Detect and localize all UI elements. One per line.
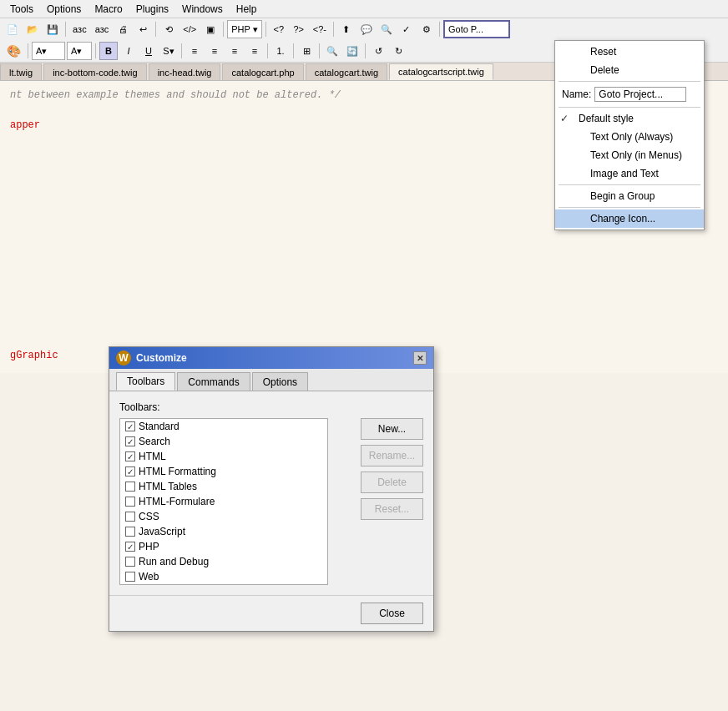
list-item-standard[interactable]: ✓ Standard [120,419,327,434]
tab-catalogcart-php[interactable]: catalogcart.php [222,63,303,80]
ctx-text-only-always[interactable]: Text Only (Always) [555,128,704,146]
ctx-delete[interactable]: Delete [555,61,704,79]
tb-print[interactable]: 🖨 [114,20,132,38]
btn-delete[interactable]: Delete [361,471,423,493]
tb-new[interactable]: 📄 [3,20,22,38]
cb-html-formulare[interactable] [125,497,135,507]
tb-style[interactable]: S▾ [159,42,178,60]
list-item-javascript[interactable]: JavaScript [120,524,327,539]
tb-ftp[interactable]: ⬆ [337,20,356,38]
tb-undo[interactable]: ↩ [134,20,152,38]
ctx-begin-group[interactable]: Begin a Group [555,187,704,205]
list-item-html-formatting[interactable]: ✓ HTML Formatting [120,464,327,479]
tb-undo2[interactable]: ↺ [369,42,387,60]
cb-html[interactable]: ✓ [125,451,135,461]
tb-comment[interactable]: 💬 [357,20,376,38]
label-run-and-debug: Run and Debug [139,556,209,567]
ctx-name-input[interactable] [594,87,686,102]
tb-size-dropdown[interactable]: A▾ [67,42,92,60]
cb-html-tables[interactable] [125,482,135,492]
btn-new[interactable]: New... [361,418,423,440]
list-item-html-formulare[interactable]: HTML-Formulare [120,494,327,509]
goto-input[interactable]: Goto P... [443,20,510,38]
cb-run-and-debug[interactable] [125,557,135,567]
tb-bold[interactable]: B [99,42,118,60]
btn-reset[interactable]: Reset... [361,498,423,520]
tab-catalogcart-twig[interactable]: catalogcart.twig [306,63,387,80]
tb-sync[interactable]: ⟲ [159,20,178,38]
btn-rename[interactable]: Rename... [361,445,423,466]
tb-save[interactable]: 💾 [43,20,62,38]
tb-sep-1 [65,22,66,37]
tb-php-dropdown[interactable]: PHP ▾ [227,20,261,38]
ctx-default-style[interactable]: ✓ Default style [555,109,704,128]
tb-italic[interactable]: I [119,42,138,60]
tb-insert[interactable]: ⊞ [297,42,316,60]
tb-special1[interactable]: <? [270,20,288,38]
cb-php[interactable]: ✓ [125,542,135,552]
list-item-html-tables[interactable]: HTML Tables [120,479,327,494]
ctx-change-icon[interactable]: Change Icon... [555,209,704,228]
dialog-footer: Close [109,595,433,631]
list-item-css[interactable]: CSS [120,509,327,524]
tb-validate[interactable]: ✓ [397,20,416,38]
menu-windows[interactable]: Windows [175,2,230,17]
tb-color[interactable]: 🎨 [3,42,24,60]
cb-search[interactable]: ✓ [125,436,135,446]
cb-css[interactable] [125,512,135,522]
tab-inc-head[interactable]: inc-head.twig [149,63,221,80]
list-item-navigate[interactable]: ✓ Navigate [120,584,327,585]
tb-align-justify[interactable]: ≡ [245,42,264,60]
menu-tools[interactable]: Tools [3,2,40,17]
list-item-web[interactable]: Web [120,569,327,584]
list-item-search[interactable]: ✓ Search [120,434,327,449]
ctx-image-and-text[interactable]: Image and Text [555,164,704,183]
tb-align-left[interactable]: ≡ [185,42,204,60]
tab-lt-twig[interactable]: lt.twig [0,63,42,80]
dialog-tab-options[interactable]: Options [252,372,308,391]
cb-javascript[interactable] [125,527,135,537]
tb-underline[interactable]: U [139,42,158,60]
cb-standard[interactable]: ✓ [125,421,135,431]
tb-align-center[interactable]: ≡ [205,42,224,60]
menu-options[interactable]: Options [40,2,88,17]
tb-search[interactable]: 🔍 [377,20,396,38]
ctx-sep-2 [559,107,700,108]
cb-web[interactable] [125,572,135,582]
tb-font-size[interactable]: aзc [69,20,90,38]
btn-close[interactable]: Close [361,603,423,624]
list-item-run-and-debug[interactable]: Run and Debug [120,554,327,569]
menu-help[interactable]: Help [230,2,264,17]
tb-align-right[interactable]: ≡ [225,42,244,60]
ctx-reset[interactable]: Reset [555,43,704,61]
tab-catalogcartscript[interactable]: catalogcartscript.twig [389,63,493,80]
tb-special3[interactable]: <?- [310,20,330,38]
label-php: PHP [139,541,159,552]
dialog-tab-commands[interactable]: Commands [177,372,250,391]
tb-special2[interactable]: ?> [290,20,308,38]
tb-snippet[interactable]: ▣ [201,20,220,38]
tb-macro[interactable]: ⚙ [417,20,436,38]
tb-code[interactable]: </> [179,20,200,38]
tb-redo2[interactable]: ↻ [389,42,407,60]
menu-plugins[interactable]: Plugins [129,2,175,17]
tb-search2[interactable]: 🔍 [323,42,341,60]
tab-inc-bottom[interactable]: inc-bottom-code.twig [43,63,147,80]
list-item-php[interactable]: ✓ PHP [120,539,327,554]
tb-replace[interactable]: 🔄 [343,42,361,60]
dialog-tab-toolbars[interactable]: Toolbars [116,372,175,391]
dialog-close-icon[interactable]: ✕ [413,351,427,365]
label-html-formatting: HTML Formatting [139,466,216,477]
dialog-section-label: Toolbars: [119,401,423,413]
tb-font-dropdown[interactable]: A▾ [32,42,65,60]
label-search: Search [139,436,170,447]
code-keyword-1: apper [10,119,40,131]
menu-macro[interactable]: Macro [88,2,129,17]
tb-open[interactable]: 📂 [23,20,42,38]
tb-list-ol[interactable]: 1. [271,42,290,60]
cb-html-formatting[interactable]: ✓ [125,466,135,477]
ctx-text-only-menus[interactable]: Text Only (in Menus) [555,146,704,164]
list-item-html[interactable]: ✓ HTML [120,449,327,464]
tb-font2[interactable]: aзc [92,20,113,38]
dialog-toolbars-list[interactable]: ✓ Standard ✓ Search ✓ HTML ✓ HTML Format… [119,418,328,585]
